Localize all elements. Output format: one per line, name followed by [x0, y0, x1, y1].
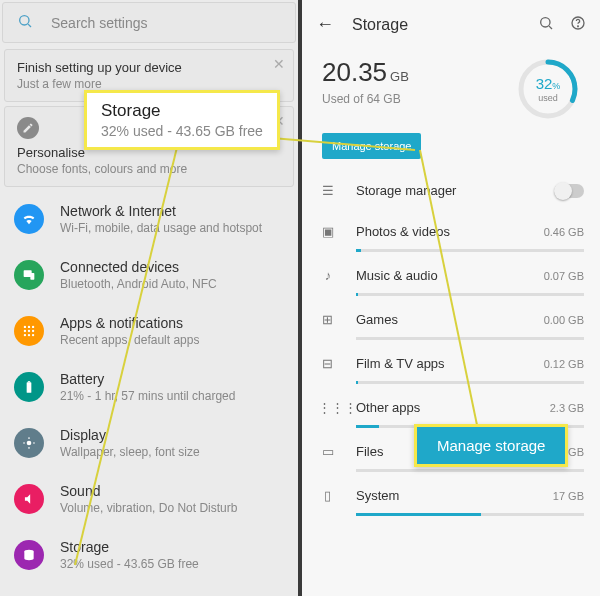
back-icon[interactable]: ←	[316, 14, 334, 35]
item-sub: Recent apps, default apps	[60, 333, 199, 347]
svg-point-0	[20, 16, 29, 25]
category-icon: ♪	[318, 268, 338, 283]
settings-item-battery[interactable]: Battery21% - 1 hr, 57 mins until charged	[0, 359, 298, 415]
settings-item-apps[interactable]: Apps & notificationsRecent apps, default…	[0, 303, 298, 359]
total-text: Used of 64 GB	[322, 92, 516, 106]
page-title: Storage	[352, 16, 408, 34]
svg-point-12	[32, 334, 34, 336]
category-value: 0.00 GB	[544, 314, 584, 326]
close-icon[interactable]: ✕	[273, 56, 285, 72]
category-icon: ⊟	[318, 356, 338, 371]
settings-item-sound[interactable]: SoundVolume, vibration, Do Not Disturb	[0, 471, 298, 527]
storage-manager-row[interactable]: ☰ Storage manager	[302, 173, 600, 204]
svg-point-6	[32, 326, 34, 328]
category-bar	[356, 513, 584, 516]
category-row[interactable]: ♪Music & audio0.07 GB	[302, 258, 600, 289]
storage-header: ← Storage	[302, 0, 600, 49]
category-label: Games	[356, 312, 544, 327]
category-label: Other apps	[356, 400, 550, 415]
category-row[interactable]: ⋮⋮⋮Other apps2.3 GB	[302, 390, 600, 421]
wifi-icon	[14, 204, 44, 234]
search-icon[interactable]	[538, 15, 554, 35]
manage-storage-button[interactable]: Manage storage	[322, 133, 422, 159]
devices-icon	[14, 260, 44, 290]
item-sub: Bluetooth, Android Auto, NFC	[60, 277, 217, 291]
storage-manager-toggle[interactable]	[554, 184, 584, 198]
category-icon: ▯	[318, 488, 338, 503]
settings-item-storage[interactable]: Storage32% used - 43.65 GB free	[0, 527, 298, 583]
callout-button-label: Manage storage	[437, 437, 545, 454]
category-value: 0.07 GB	[544, 270, 584, 282]
settings-item-network[interactable]: Network & InternetWi-Fi, mobile, data us…	[0, 191, 298, 247]
item-title: Apps & notifications	[60, 315, 199, 331]
category-row[interactable]: ▣Photos & videos0.46 GB	[302, 214, 600, 245]
storage-summary: 20.35GB Used of 64 GB 32% used	[302, 49, 600, 121]
svg-point-21	[541, 17, 550, 26]
item-title: Sound	[60, 483, 237, 499]
category-label: Music & audio	[356, 268, 544, 283]
personalise-sub: Choose fonts, colours and more	[17, 162, 281, 176]
settings-item-connected[interactable]: Connected devicesBluetooth, Android Auto…	[0, 247, 298, 303]
search-settings-row[interactable]: Search settings	[2, 2, 296, 43]
svg-point-7	[24, 330, 26, 332]
help-icon[interactable]	[570, 15, 586, 35]
category-row[interactable]: ⊞Games0.00 GB	[302, 302, 600, 333]
used-amount: 20.35GB	[322, 57, 516, 88]
setup-sub: Just a few more	[17, 77, 281, 91]
usage-ring-chart: 32% used	[516, 57, 580, 121]
pencil-icon	[17, 117, 39, 139]
category-row[interactable]: ▯System17 GB	[302, 478, 600, 509]
search-icon	[17, 13, 35, 32]
svg-point-5	[28, 326, 30, 328]
storage-callout: Storage 32% used - 43.65 GB free	[84, 90, 280, 150]
display-icon	[14, 428, 44, 458]
category-value: 0.12 GB	[544, 358, 584, 370]
category-row[interactable]: ⊟Film & TV apps0.12 GB	[302, 346, 600, 377]
battery-icon	[14, 372, 44, 402]
item-sub: 21% - 1 hr, 57 mins until charged	[60, 389, 235, 403]
category-icon: ▣	[318, 224, 338, 239]
category-label: Film & TV apps	[356, 356, 544, 371]
manage-storage-callout: Manage storage	[414, 424, 568, 467]
item-sub: Wi-Fi, mobile, data usage and hotspot	[60, 221, 262, 235]
svg-rect-13	[27, 382, 32, 393]
category-value: 17 GB	[553, 490, 584, 502]
svg-line-1	[28, 24, 31, 27]
category-bar	[356, 249, 584, 252]
svg-line-22	[549, 26, 552, 29]
search-placeholder: Search settings	[51, 15, 148, 31]
item-sub: 32% used - 43.65 GB free	[60, 557, 199, 571]
svg-point-9	[32, 330, 34, 332]
item-title: Display	[60, 427, 200, 443]
item-sub: Volume, vibration, Do Not Disturb	[60, 501, 237, 515]
item-title: Storage	[60, 539, 199, 555]
svg-rect-14	[28, 381, 30, 382]
list-icon: ☰	[318, 183, 338, 198]
category-icon: ⋮⋮⋮	[318, 400, 338, 415]
svg-point-24	[578, 25, 579, 26]
setup-title: Finish setting up your device	[17, 60, 281, 75]
svg-point-10	[24, 334, 26, 336]
storage-panel: ← Storage 20.35GB Used of 64 GB 32% used…	[302, 0, 600, 596]
category-value: 2.3 GB	[550, 402, 584, 414]
category-icon: ⊞	[318, 312, 338, 327]
settings-item-display[interactable]: DisplayWallpaper, sleep, font size	[0, 415, 298, 471]
item-title: Connected devices	[60, 259, 217, 275]
category-bar	[356, 293, 584, 296]
category-bar	[356, 381, 584, 384]
storage-manager-label: Storage manager	[356, 183, 554, 198]
callout-sub: 32% used - 43.65 GB free	[101, 123, 263, 139]
apps-icon	[14, 316, 44, 346]
sound-icon	[14, 484, 44, 514]
svg-point-15	[27, 441, 32, 446]
svg-point-4	[24, 326, 26, 328]
storage-icon	[14, 540, 44, 570]
category-label: System	[356, 488, 553, 503]
category-value: 0.46 GB	[544, 226, 584, 238]
category-label: Photos & videos	[356, 224, 544, 239]
item-sub: Wallpaper, sleep, font size	[60, 445, 200, 459]
category-bar	[356, 469, 584, 472]
category-bar	[356, 337, 584, 340]
category-icon: ▭	[318, 444, 338, 459]
svg-point-11	[28, 334, 30, 336]
